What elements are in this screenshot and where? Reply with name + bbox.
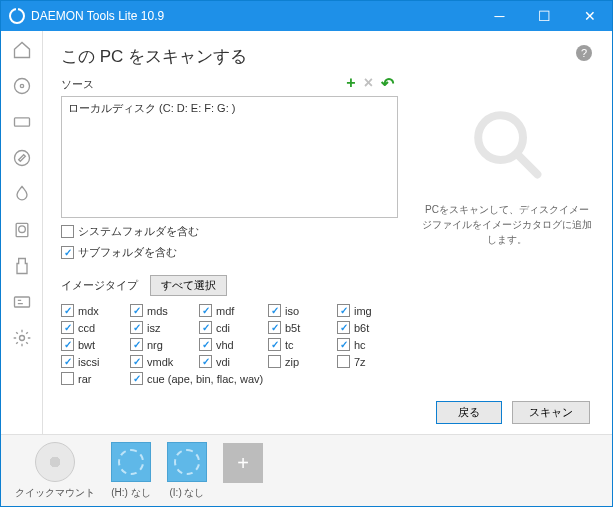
type-cue-label: cue (ape, bin, flac, wav) (147, 373, 263, 385)
type-iso-label: iso (285, 305, 299, 317)
type-tc[interactable]: tc (268, 338, 329, 351)
type-bwt[interactable]: bwt (61, 338, 122, 351)
source-item[interactable]: ローカルディスク (C: D: E: F: G: ) (68, 101, 391, 116)
type-iscsi-label: iscsi (78, 356, 99, 368)
minimize-button[interactable]: ─ (477, 1, 522, 31)
maximize-button[interactable]: ☐ (522, 1, 567, 31)
type-zip-checkbox[interactable] (268, 355, 281, 368)
include-system-checkbox[interactable] (61, 225, 74, 238)
type-7z-label: 7z (354, 356, 366, 368)
magnifier-icon (467, 104, 547, 184)
type-iscsi-checkbox[interactable] (61, 355, 74, 368)
type-tc-checkbox[interactable] (268, 338, 281, 351)
type-mdx-checkbox[interactable] (61, 304, 74, 317)
type-mdf[interactable]: mdf (199, 304, 260, 317)
help-icon[interactable]: ? (576, 45, 592, 61)
type-mds-label: mds (147, 305, 168, 317)
type-mdx[interactable]: mdx (61, 304, 122, 317)
scan-description: PCをスキャンして、ディスクイメージファイルをイメージカタログに追加します。 (422, 202, 592, 247)
type-mdf-label: mdf (216, 305, 234, 317)
type-nrg-label: nrg (147, 339, 163, 351)
type-vhd[interactable]: vhd (199, 338, 260, 351)
type-vmdk[interactable]: vmdk (130, 355, 191, 368)
type-isz[interactable]: isz (130, 321, 191, 334)
svg-point-5 (18, 226, 25, 233)
add-device-button[interactable]: + (223, 443, 263, 498)
type-vdi[interactable]: vdi (199, 355, 260, 368)
network-icon[interactable] (9, 289, 35, 315)
type-iso-checkbox[interactable] (268, 304, 281, 317)
type-iso[interactable]: iso (268, 304, 329, 317)
type-b5t-label: b5t (285, 322, 300, 334)
type-bwt-checkbox[interactable] (61, 338, 74, 351)
back-button[interactable]: 戻る (436, 401, 502, 424)
type-b5t[interactable]: b5t (268, 321, 329, 334)
include-subfolder-checkbox[interactable] (61, 246, 74, 259)
edit-icon[interactable] (9, 145, 35, 171)
type-b6t-label: b6t (354, 322, 369, 334)
type-cue-checkbox[interactable] (130, 372, 143, 385)
svg-line-9 (518, 155, 537, 174)
type-cue[interactable]: cue (ape, bin, flac, wav) (130, 372, 329, 385)
type-vdi-checkbox[interactable] (199, 355, 212, 368)
drive-h-button[interactable]: (H:) なし (111, 442, 151, 500)
add-source-button[interactable]: + (346, 74, 355, 93)
type-cdi[interactable]: cdi (199, 321, 260, 334)
app-icon (9, 8, 25, 24)
type-mds-checkbox[interactable] (130, 304, 143, 317)
type-zip[interactable]: zip (268, 355, 329, 368)
source-listbox[interactable]: ローカルディスク (C: D: E: F: G: ) (61, 96, 398, 218)
footer: クイックマウント (H:) なし (I:) なし + (1, 434, 612, 506)
scan-button[interactable]: スキャン (512, 401, 590, 424)
type-ccd[interactable]: ccd (61, 321, 122, 334)
close-button[interactable]: ✕ (567, 1, 612, 31)
quick-mount-button[interactable]: クイックマウント (15, 442, 95, 500)
type-img[interactable]: img (337, 304, 398, 317)
type-nrg[interactable]: nrg (130, 338, 191, 351)
type-mdf-checkbox[interactable] (199, 304, 212, 317)
drive-icon (111, 442, 151, 482)
type-rar-checkbox[interactable] (61, 372, 74, 385)
type-hc-checkbox[interactable] (337, 338, 350, 351)
type-b6t-checkbox[interactable] (337, 321, 350, 334)
type-b5t-checkbox[interactable] (268, 321, 281, 334)
include-subfolder-label: サブフォルダを含む (78, 245, 177, 260)
type-img-checkbox[interactable] (337, 304, 350, 317)
drive-i-button[interactable]: (I:) なし (167, 442, 207, 500)
type-hc[interactable]: hc (337, 338, 398, 351)
drive-icon[interactable] (9, 109, 35, 135)
type-vhd-label: vhd (216, 339, 234, 351)
svg-point-7 (19, 336, 24, 341)
type-vhd-checkbox[interactable] (199, 338, 212, 351)
type-tc-label: tc (285, 339, 294, 351)
type-cdi-checkbox[interactable] (199, 321, 212, 334)
hdd-icon[interactable] (9, 217, 35, 243)
type-bwt-label: bwt (78, 339, 95, 351)
svg-rect-2 (14, 118, 29, 126)
type-vmdk-checkbox[interactable] (130, 355, 143, 368)
titlebar: DAEMON Tools Lite 10.9 ─ ☐ ✕ (1, 1, 612, 31)
type-7z[interactable]: 7z (337, 355, 398, 368)
select-all-button[interactable]: すべて選択 (150, 275, 227, 296)
settings-icon[interactable] (9, 325, 35, 351)
sidebar (1, 31, 43, 434)
include-system-label: システムフォルダを含む (78, 224, 199, 239)
burn-icon[interactable] (9, 181, 35, 207)
svg-point-3 (14, 151, 29, 166)
type-mdx-label: mdx (78, 305, 99, 317)
image-type-label: イメージタイプ (61, 278, 138, 293)
usb-icon[interactable] (9, 253, 35, 279)
type-mds[interactable]: mds (130, 304, 191, 317)
remove-source-button[interactable]: × (364, 74, 373, 93)
undo-button[interactable]: ↶ (381, 74, 394, 93)
type-7z-checkbox[interactable] (337, 355, 350, 368)
type-isz-checkbox[interactable] (130, 321, 143, 334)
type-img-label: img (354, 305, 372, 317)
home-icon[interactable] (9, 37, 35, 63)
type-rar[interactable]: rar (61, 372, 122, 385)
type-b6t[interactable]: b6t (337, 321, 398, 334)
type-ccd-checkbox[interactable] (61, 321, 74, 334)
disc-icon[interactable] (9, 73, 35, 99)
type-nrg-checkbox[interactable] (130, 338, 143, 351)
type-iscsi[interactable]: iscsi (61, 355, 122, 368)
